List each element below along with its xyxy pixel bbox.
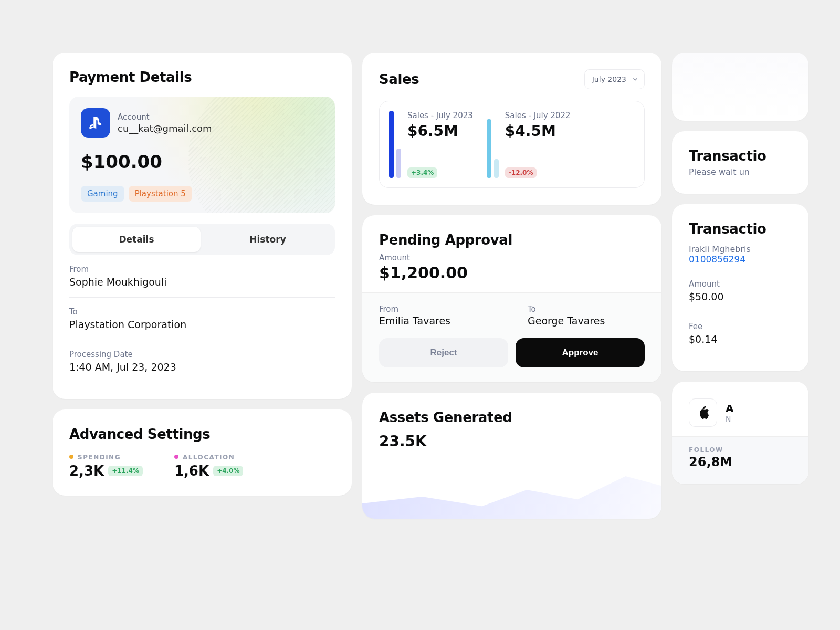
tag-gaming[interactable]: Gaming: [81, 186, 124, 202]
advanced-settings-card: Advanced Settings SPENDING 2,3K+11.4% AL…: [52, 410, 352, 496]
dot-icon: [69, 455, 74, 459]
pending-title: Pending Approval: [379, 232, 645, 248]
allocation-label: ALLOCATION: [174, 454, 244, 461]
assets-value: 23.5K: [379, 433, 645, 450]
from-label: From: [69, 265, 335, 274]
apple-card: A N FOLLOW 26,8M: [672, 382, 808, 484]
sales-2022-value: $4.5M: [505, 122, 571, 140]
tab-details[interactable]: Details: [72, 227, 201, 252]
pending-from-label: From: [379, 304, 496, 314]
transaction-id-link[interactable]: 0100856294: [689, 254, 792, 265]
to-value: Playstation Corporation: [69, 319, 335, 330]
spending-label: SPENDING: [69, 454, 143, 461]
account-label: Account: [118, 112, 212, 122]
from-value: Sophie Moukhigouli: [69, 276, 335, 288]
bar-chart-icon: [487, 111, 499, 178]
payment-details-card: Payment Details Account cu__kat@gmail.co…: [52, 52, 352, 399]
dot-icon: [174, 455, 178, 459]
processing-date-label: Processing Date: [69, 350, 335, 359]
transaction-fee-value: $0.14: [689, 333, 792, 345]
tab-history[interactable]: History: [204, 227, 332, 252]
details-history-tabs: Details History: [69, 224, 335, 255]
transaction-amount-value: $50.00: [689, 291, 792, 302]
account-hero: Account cu__kat@gmail.com $100.00 Gaming…: [69, 97, 335, 213]
transaction-fee-label: Fee: [689, 322, 792, 331]
spending-value: 2,3K: [69, 463, 104, 479]
transaction-name: Irakli Mghebris: [689, 244, 792, 254]
tag-console[interactable]: Playstation 5: [129, 186, 192, 202]
apple-initial: A: [726, 402, 733, 415]
follow-value: 26,8M: [689, 455, 792, 469]
sales-2023-change-badge: +3.4%: [407, 167, 437, 178]
pending-amount-label: Amount: [379, 253, 645, 262]
transaction-wait-title: Transactio: [689, 148, 792, 164]
to-label: To: [69, 307, 335, 317]
payment-amount: $100.00: [81, 151, 323, 172]
bar-chart-icon: [389, 111, 401, 178]
sales-card: Sales July 2023 Sales - July 2023 $6.5M …: [362, 52, 662, 205]
sales-2023-value: $6.5M: [407, 122, 473, 140]
transaction-amount-label: Amount: [689, 279, 792, 289]
pending-to-value: George Tavares: [528, 315, 645, 327]
transaction-title: Transactio: [689, 221, 792, 237]
assets-title: Assets Generated: [379, 410, 645, 425]
assets-generated-card: Assets Generated 23.5K: [362, 393, 662, 519]
transaction-details-card: Transactio Irakli Mghebris 0100856294 Am…: [672, 204, 808, 371]
transaction-wait-text: Please wait un: [689, 167, 792, 177]
sales-2022-change-badge: -12.0%: [505, 167, 537, 178]
sales-2022-label: Sales - July 2022: [505, 111, 571, 120]
approve-button[interactable]: Approve: [516, 338, 645, 368]
pending-from-value: Emilia Tavares: [379, 315, 496, 327]
spending-change-badge: +11.4%: [108, 466, 143, 476]
allocation-value: 1,6K: [174, 463, 209, 479]
sales-title: Sales: [379, 71, 419, 87]
reject-button[interactable]: Reject: [379, 338, 508, 368]
transaction-loading-card: [672, 52, 808, 121]
pending-approval-card: Pending Approval Amount $1,200.00 From E…: [362, 215, 662, 382]
sales-2023-item: Sales - July 2023 $6.5M +3.4%: [389, 111, 473, 178]
payment-title: Payment Details: [69, 69, 335, 85]
period-dropdown[interactable]: July 2023: [584, 69, 645, 89]
apple-sub: N: [726, 415, 733, 423]
transaction-wait-card: Transactio Please wait un: [672, 131, 808, 194]
sales-2022-item: Sales - July 2022 $4.5M -12.0%: [487, 111, 571, 178]
settings-title: Advanced Settings: [69, 426, 335, 442]
account-email: cu__kat@gmail.com: [118, 123, 212, 134]
pending-to-label: To: [528, 304, 645, 314]
apple-icon: [689, 398, 717, 427]
playstation-icon: [81, 108, 110, 138]
sales-2023-label: Sales - July 2023: [407, 111, 473, 120]
processing-date-value: 1:40 AM, Jul 23, 2023: [69, 361, 335, 373]
chevron-down-icon: [632, 76, 639, 83]
follow-label: FOLLOW: [689, 446, 792, 454]
pending-amount-value: $1,200.00: [379, 264, 645, 282]
allocation-change-badge: +4.0%: [213, 466, 243, 476]
